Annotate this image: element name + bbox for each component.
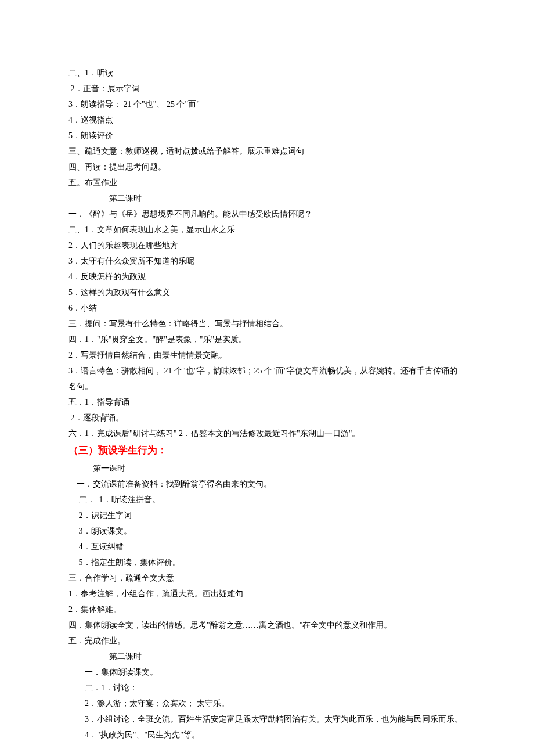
text-line: 5．朗读评价 bbox=[68, 128, 466, 143]
text-line: 5．指定生朗读，集体评价。 bbox=[68, 555, 466, 570]
text-line: 3．朗读指导： 21 个"也"、 25 个"而" bbox=[68, 96, 466, 112]
text-line: 三．合作学习，疏通全文大意 bbox=[68, 570, 466, 586]
text-line: 四、再读：提出思考问题。 bbox=[68, 159, 466, 175]
text-line: 3．太守有什么众宾所不知道的乐呢 bbox=[68, 253, 466, 269]
text-line: 3．朗读课文。 bbox=[68, 523, 466, 539]
text-line: 四．1．"乐"贯穿全文。"醉"是表象，"乐"是实质。 bbox=[68, 332, 466, 347]
text-line: 1．参考注解，小组合作，疏通大意。画出疑难句 bbox=[68, 586, 466, 602]
text-line: 2．正音：展示字词 bbox=[68, 81, 466, 96]
text-line: 二．1．讨论： bbox=[68, 680, 466, 696]
text-line: 五．1．指导背诵 bbox=[68, 394, 466, 410]
text-line: 三．提问：写景有什么特色：详略得当、写景与抒情相结合。 bbox=[68, 316, 466, 332]
text-line: 三、疏通文意：教师巡视，适时点拨或给予解答。展示重难点词句 bbox=[68, 143, 466, 159]
text-line: 4．巡视指点 bbox=[68, 112, 466, 128]
text-line: 2．写景抒情自然结合，由景生情情景交融。 bbox=[68, 347, 466, 363]
text-line: 4．反映怎样的为政观 bbox=[68, 269, 466, 285]
text-line: 4．互读纠错 bbox=[68, 539, 466, 555]
text-line: 2．滁人游；太守宴；众宾欢； 太守乐。 bbox=[68, 696, 466, 711]
text-line: 2．集体解难。 bbox=[68, 602, 466, 617]
text-line: 五．完成作业。 bbox=[68, 633, 466, 649]
text-line: 六．1．完成课后"研讨与练习" 2．借鉴本文的写法修改最近习作"东湖山一日游"。 bbox=[68, 426, 466, 441]
text-line: 4．"执政为民"、"民生为先"等。 bbox=[68, 727, 466, 743]
text-line: 二、1．文章如何表现山水之美，显示山水之乐 bbox=[68, 222, 466, 237]
text-line: 二． 1．听读注拼音。 bbox=[68, 492, 466, 507]
text-line: 一．交流课前准备资料：找到醉翁亭得名由来的文句。 bbox=[68, 476, 466, 492]
text-line: 3．小组讨论，全班交流。百姓生活安定富足跟太守励精图治有关。太守为此而乐，也为能… bbox=[68, 711, 466, 727]
text-line: 2．逐段背诵。 bbox=[68, 410, 466, 426]
text-line: （三）预设学生行为： bbox=[68, 441, 466, 460]
text-line: 3．语言特色：骈散相间， 21 个"也"字，韵味浓郁；25 个"而"字使文章流畅… bbox=[68, 363, 466, 394]
text-line: 一．集体朗读课文。 bbox=[68, 664, 466, 680]
text-line: 第一课时 bbox=[68, 460, 466, 476]
text-line: 2．识记生字词 bbox=[68, 507, 466, 523]
text-line: 2．人们的乐趣表现在哪些地方 bbox=[68, 237, 466, 253]
text-line: 五。布置作业 bbox=[68, 175, 466, 190]
text-line: 四．集体朗读全文，读出的情感。思考"醉翁之意……寓之酒也。"在全文中的意义和作用… bbox=[68, 617, 466, 633]
document-page: 二、1．听读 2．正音：展示字词3．朗读指导： 21 个"也"、 25 个"而"… bbox=[0, 0, 534, 756]
text-line: 6．小结 bbox=[68, 300, 466, 316]
text-line: 一．《醉》与《岳》思想境界不同凡响的。能从中感受欧氏情怀呢？ bbox=[68, 206, 466, 222]
text-line: 第二课时 bbox=[68, 649, 466, 664]
text-line: 5．这样的为政观有什么意义 bbox=[68, 285, 466, 300]
text-line: 第二课时 bbox=[68, 190, 466, 206]
text-line: 二、1．听读 bbox=[68, 65, 466, 81]
